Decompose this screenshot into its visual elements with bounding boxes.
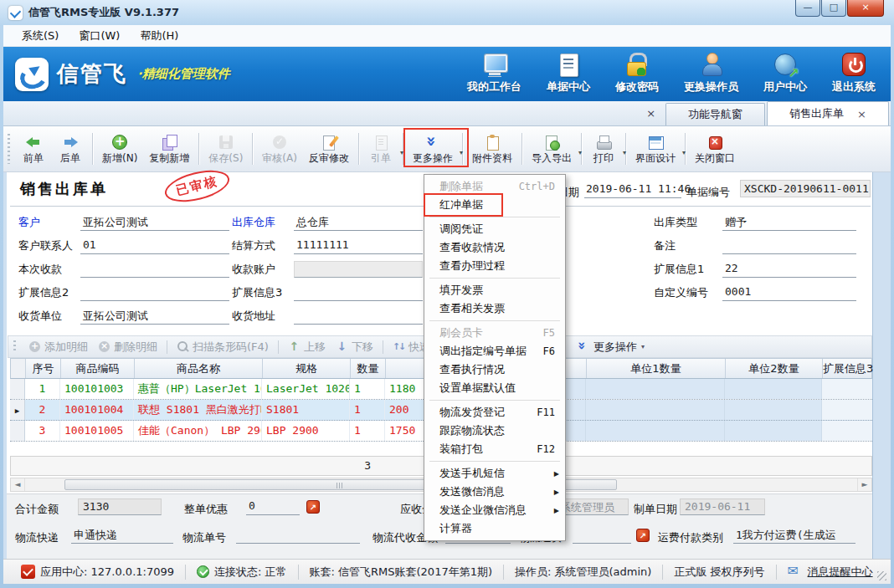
table-column-header[interactable]: 序号 [26,359,61,378]
menu-bar-item[interactable]: 帮助(H) [130,26,188,46]
menu-item[interactable]: 装箱打包 F12 [424,440,565,458]
menu-bar-item[interactable]: 系统(S) [12,26,69,46]
field-input[interactable]: 22 [722,261,856,278]
table-column-header[interactable]: 商品编码 [61,359,135,378]
table-column-header[interactable]: 单位1数量 [587,359,726,378]
field-input[interactable]: 总仓库 [294,214,423,231]
menu-item[interactable]: 设置单据默认值 [424,379,565,397]
express-field[interactable]: 申通快递 [71,527,173,544]
menu-bar-item[interactable]: 窗口(W) [69,26,130,46]
toolbar-button-icon [647,134,664,151]
field-input[interactable] [294,284,423,301]
detail-toolbar-button[interactable]: 下移 [336,340,373,355]
field-input[interactable] [722,238,856,254]
discount-quick-edit-button[interactable] [306,500,320,514]
form-field: 收款账户 [232,258,423,281]
menu-item[interactable]: 调阅凭证 [424,220,565,238]
field-input[interactable]: 亚拓公司测试 [80,214,229,231]
menu-item[interactable]: 查看收款情况 [424,238,565,257]
field-input[interactable]: 亚拓公司测试 [80,308,229,325]
field-input[interactable] [80,261,229,278]
menu-item[interactable]: 发送微信消息 ▶ [424,483,565,501]
menu-item[interactable]: 查看相关发票 [424,299,565,318]
document-title: 销售出库单 [20,179,108,199]
close-all-tabs-icon[interactable]: × [646,107,655,120]
field-input[interactable]: 赠予 [722,214,856,231]
submenu-arrow-icon: ▶ [554,470,559,478]
tab-close-icon[interactable]: × [857,108,866,120]
toolbar-button[interactable]: 界面设计 ▾ [629,130,681,167]
toolbar-button[interactable]: 导入导出 ▾ [526,130,578,167]
toolbar-button[interactable]: 复制新增 [143,130,195,167]
banner-button[interactable]: 单据中心 [547,52,590,95]
dropdown-arrow-icon[interactable]: ▾ [641,343,645,350]
detail-toolbar-button[interactable]: 添加明细 [28,340,88,355]
tab[interactable]: 功能导航窗 [665,103,765,125]
table-column-header[interactable]: 规格 [263,359,351,378]
toolbar-button[interactable]: 附件资料 [466,130,518,167]
menu-item[interactable]: 红冲单据 [424,196,565,214]
detail-toolbar-button[interactable]: 上移 [288,340,326,355]
freight-quick-edit-button[interactable] [636,529,650,542]
field-input[interactable] [80,284,229,301]
banner-button[interactable]: 修改密码 [615,52,659,95]
toolbar-button[interactable]: 更多操作 ▾ [407,130,459,167]
date-field[interactable]: 2019-06-11 11:46 [584,182,681,198]
dropdown-arrow-icon[interactable]: ▾ [578,149,582,156]
toolbar-button[interactable]: 审核(A) [256,130,303,167]
toolbar-button[interactable]: 新增(N) [96,130,143,167]
detail-toolbar-button[interactable]: 删除明细 [98,340,157,355]
field-input[interactable]: 11111111 [294,238,423,254]
menu-item[interactable]: 发送企业微信消息 ▶ [424,501,565,519]
tracking-no-field[interactable] [236,527,360,544]
tab[interactable]: 销售出库单 × [767,101,889,125]
toolbar-button-label: 导入导出 [532,151,572,166]
menu-item[interactable]: 发送手机短信 ▶ [424,464,565,483]
toolbar-button[interactable]: 打印 ▾ [585,130,622,167]
dropdown-arrow-icon[interactable]: ▾ [682,149,686,156]
detail-more-actions-button[interactable]: 更多操作 ▾ [576,336,645,357]
menu-item[interactable]: 刷会员卡 F5 [424,324,565,342]
status-segment: 连接状态: 正常 [186,565,299,580]
menu-item[interactable]: 计算器 [424,519,565,538]
toolbar-button[interactable]: 后单 [52,130,89,167]
banner-button[interactable]: 我的工作台 [467,52,522,95]
menu-item[interactable]: 物流发货登记 F11 [424,403,565,422]
menu-item[interactable]: 调出指定编号单据 F6 [424,342,565,360]
toolbar-button-icon [595,134,612,151]
cell-ext-info3 [822,421,872,441]
toolbar-button[interactable]: 关闭窗口 [689,130,741,167]
menu-item-label: 设置单据默认值 [439,381,516,396]
minimize-button[interactable]: — [795,0,820,17]
banner-button[interactable]: 退出系统 [832,52,876,95]
scroll-left-arrow-icon[interactable]: ◄ [11,478,25,491]
field-input[interactable] [294,261,423,278]
field-input[interactable]: 0001 [722,284,856,301]
banner-button[interactable]: 更换操作员 [684,52,738,95]
table-column-header[interactable]: 商品名称 [135,359,263,378]
menu-item[interactable]: 跟踪物流状态 [424,422,565,440]
field-input[interactable]: 01 [80,238,229,254]
freight-type-field[interactable]: 1我方付运费(生成运 [733,527,855,544]
menu-item[interactable]: 查看办理过程 [424,257,565,275]
discount-field[interactable]: 0 [246,499,300,515]
banner-button[interactable]: 用户中心 [763,52,807,95]
table-column-header[interactable]: 数量 [351,359,386,378]
detail-toolbar-button-label: 上移 [304,340,326,355]
menu-item[interactable]: 查看执行情况 [424,360,565,379]
toolbar-button[interactable]: 引单 ▾ [362,130,399,167]
close-window-button[interactable]: × [847,0,884,17]
detail-toolbar-button[interactable]: 扫描条形码(F4) [177,340,269,355]
freight-field[interactable] [573,527,631,544]
scroll-right-arrow-icon[interactable]: ► [857,478,871,491]
field-input[interactable] [294,308,423,325]
toolbar-button-label: 审核(A) [262,151,297,166]
toolbar-button[interactable]: 保存(S) [203,130,249,167]
table-column-header[interactable]: 扩展信息3 [823,359,873,378]
toolbar-button[interactable]: 反审修改 [303,130,355,167]
maximize-button[interactable]: □ [821,0,846,17]
dropdown-arrow-icon[interactable]: ▾ [623,149,626,156]
table-column-header[interactable]: 单位2数量 [726,359,823,378]
toolbar-button[interactable]: 前单 [15,130,52,167]
menu-item[interactable]: 填开发票 [424,281,565,299]
